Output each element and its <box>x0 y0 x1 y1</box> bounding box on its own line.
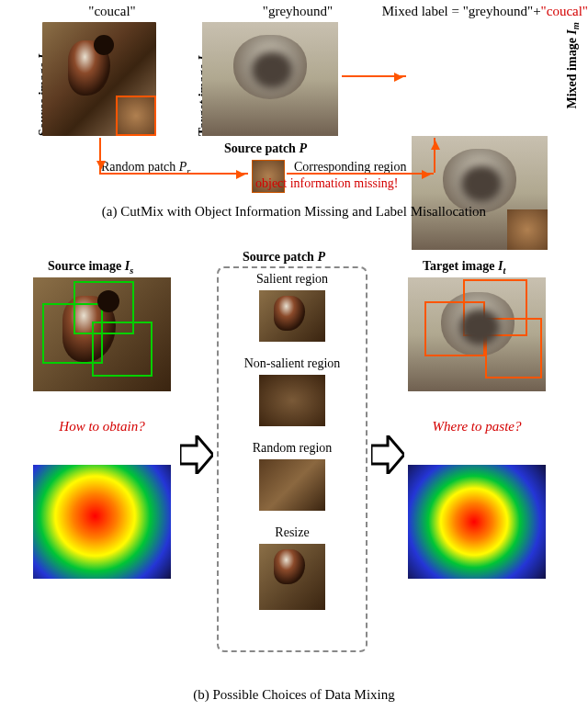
arrow-left-icon <box>180 435 213 474</box>
label-resize: Resize <box>217 525 368 540</box>
patch-salient <box>259 290 325 342</box>
patch-nonsalient <box>259 375 325 426</box>
svg-marker-1 <box>371 435 404 474</box>
mixed-prefix: Mixed label = "greyhound"+ <box>382 4 541 18</box>
label-mixed: Mixed label = "greyhound"+"coucal" <box>358 4 588 19</box>
heading-patch-b-text: Source patch <box>243 250 317 264</box>
heading-patch-b: Source patch P <box>243 250 325 265</box>
panelb-source-img <box>33 277 171 391</box>
vlabel-mixed-sub: m <box>571 22 581 29</box>
heading-source-b-text: Source image <box>48 259 125 273</box>
label-source-patch-sym: P <box>299 141 307 155</box>
heading-target-b-sub: t <box>503 265 505 276</box>
label-nonsalient: Non-salient region <box>217 356 368 371</box>
vlabel-mixed-text: Mixed image <box>564 35 578 109</box>
label-source-patch: Source patch P <box>224 141 307 156</box>
label-salient: Salient region <box>217 272 368 287</box>
arrow-src-to-patch <box>99 173 248 175</box>
panelb-target-saliency <box>408 465 546 579</box>
orangebox-2 <box>424 301 485 356</box>
mixed-suffix: "coucal" <box>541 4 588 18</box>
arrow-right-icon <box>371 435 404 474</box>
label-source-patch-text: Source patch <box>224 141 299 155</box>
panelb-source-saliency <box>33 465 171 579</box>
label-random-patch-sub: r <box>187 166 190 176</box>
arrowhead-up-icon <box>431 136 440 150</box>
patch-random <box>259 459 325 511</box>
heading-source-b-sub: s <box>130 265 133 276</box>
vlabel-mixed: Mixed image Im <box>564 22 581 109</box>
question-obtain: How to obtain? <box>33 419 171 434</box>
source-image-coucal <box>42 22 156 136</box>
heading-target-b-text: Target image <box>423 259 498 273</box>
label-random-patch-text: Random patch <box>101 160 179 174</box>
heading-patch-b-sym: P <box>317 250 325 264</box>
mixed-image <box>412 136 548 250</box>
vlabel-mixed-sym: I <box>564 29 578 34</box>
arrow-src-down <box>99 138 101 173</box>
warning-missing: object information missing! <box>255 176 399 191</box>
arrow-patch-to-mixed-h <box>287 173 434 175</box>
caption-a: (a) CutMix with Object Information Missi… <box>0 204 588 220</box>
patch-resize <box>259 544 325 610</box>
greenbox-3 <box>92 322 153 377</box>
arrow-patch-to-mixed-v <box>434 138 435 173</box>
orangebox-3 <box>485 318 542 378</box>
heading-source-b: Source image Is <box>48 259 133 276</box>
caption-b: (b) Possible Choices of Data Mixing <box>0 687 588 703</box>
arrow-target-to-mixed <box>342 75 406 77</box>
label-coucal: "coucal" <box>57 4 167 19</box>
label-random: Random region <box>217 441 368 456</box>
label-greyhound: "greyhound" <box>243 4 353 19</box>
heading-target-b: Target image It <box>423 259 505 276</box>
source-patch-box <box>116 96 156 136</box>
panelb-target-img <box>408 277 546 391</box>
target-image-greyhound <box>202 22 338 136</box>
svg-marker-0 <box>180 435 213 474</box>
question-paste: Where to paste? <box>408 419 546 434</box>
